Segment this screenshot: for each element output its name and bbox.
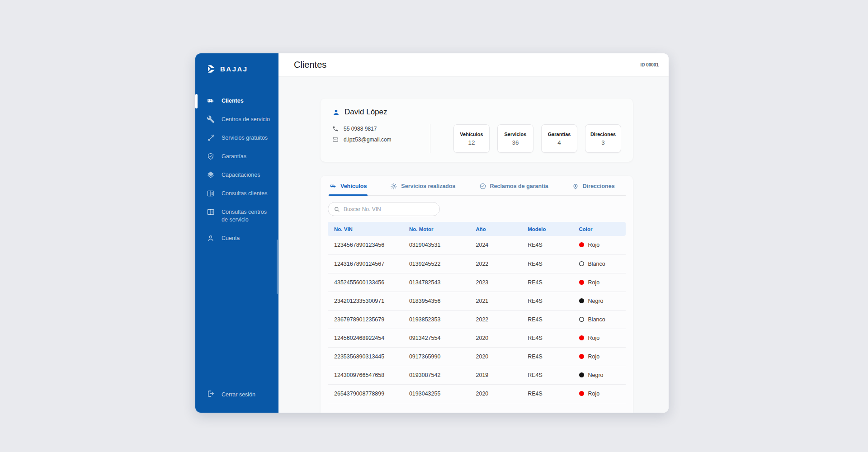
cell-model: RE4S xyxy=(528,254,579,273)
cell-motor: 0134782543 xyxy=(409,273,476,292)
vehicles-table: No. VINNo. MotorAñoModeloColor 123456789… xyxy=(328,222,626,403)
content: David López 55 0988 9817 d.lpz53@gmail.c… xyxy=(278,76,669,413)
color-dot-red xyxy=(579,354,584,359)
customer-info-row: 55 0988 9817 d.lpz53@gmail.com Vehículos… xyxy=(332,124,621,153)
gear-icon xyxy=(390,183,397,190)
cell-color: Rojo xyxy=(579,347,626,366)
search-input[interactable] xyxy=(344,206,434,212)
stat-label: Garantías xyxy=(548,132,571,137)
sidebar-item-label: Clientes xyxy=(222,97,244,105)
stat-card-servicios: Servicios36 xyxy=(497,124,533,153)
stat-value: 4 xyxy=(557,139,561,146)
cell-color: Rojo xyxy=(579,273,626,292)
table-row[interactable]: 124560246892245409134275542020RE4SRojo xyxy=(328,329,626,347)
cell-year: 2020 xyxy=(476,329,528,347)
van-icon xyxy=(207,97,215,105)
sidebar: BAJAJ ClientesCentros de servicioServici… xyxy=(195,53,278,413)
cell-motor: 0917365990 xyxy=(409,347,476,366)
column-header-no-vin: No. VIN xyxy=(328,222,409,236)
tab-veh-culos[interactable]: Vehículos xyxy=(329,176,368,195)
color-label: Negro xyxy=(588,298,604,304)
sidebar-item-consultas-centros-de-servicio[interactable]: Consultas centros de servicio xyxy=(195,203,278,229)
table-header-row: No. VINNo. MotorAñoModeloColor xyxy=(328,222,626,236)
sidebar-item-label: Cuenta xyxy=(222,235,240,242)
cell-vin: 1234567890123456 xyxy=(328,236,409,254)
color-label: Blanco xyxy=(588,261,605,267)
sidebar-item-label: Garantías xyxy=(222,153,246,160)
cell-model: RE4S xyxy=(528,329,579,347)
table-row[interactable]: 265437900877889901930432552020RE4SRojo xyxy=(328,384,626,403)
vertical-divider xyxy=(430,124,430,153)
cell-model: RE4S xyxy=(528,366,579,384)
table-row[interactable]: 124300976654765801930875422019RE4SNegro xyxy=(328,366,626,384)
customer-name: David López xyxy=(344,108,387,117)
table-row[interactable]: 234201233530097101839543562021RE4SNegro xyxy=(328,292,626,310)
stat-card-veh-culos: Vehículos12 xyxy=(453,124,490,153)
sidebar-item-label: Capacitaciones xyxy=(222,171,260,179)
tab-bar: VehículosServicios realizadosReclamos de… xyxy=(328,176,626,196)
cell-color: Blanco xyxy=(579,254,626,273)
table-row[interactable]: 435245560013345601347825432023RE4SRojo xyxy=(328,273,626,292)
color-dot-white xyxy=(579,261,584,266)
sidebar-item-cuenta[interactable]: Cuenta xyxy=(195,229,278,248)
cell-motor: 0139245522 xyxy=(409,254,476,273)
cell-year: 2019 xyxy=(476,366,528,384)
vehicles-card: VehículosServicios realizadosReclamos de… xyxy=(321,176,633,413)
customer-phone: 55 0988 9817 xyxy=(344,126,377,132)
color-label: Negro xyxy=(588,372,604,378)
cell-vin: 2367978901235679 xyxy=(328,310,409,329)
cell-model: RE4S xyxy=(528,384,579,403)
person-icon xyxy=(332,108,340,116)
color-label: Blanco xyxy=(588,316,605,323)
tab-label: Servicios realizados xyxy=(401,183,455,189)
tab-reclamos-de-garant-a[interactable]: Reclamos de garantía xyxy=(478,176,549,195)
stat-card-direciones: Direciones3 xyxy=(585,124,621,153)
cell-model: RE4S xyxy=(528,236,579,254)
cell-year: 2022 xyxy=(476,254,528,273)
sidebar-item-consultas-clientes[interactable]: Consultas clientes xyxy=(195,184,278,203)
cell-vin: 2235356890313445 xyxy=(328,347,409,366)
cell-color: Rojo xyxy=(579,236,626,254)
sidebar-item-label: Consultas clientes xyxy=(222,190,267,198)
cell-year: 2022 xyxy=(476,310,528,329)
logout-button[interactable]: Cerrar sesión xyxy=(195,390,278,413)
customer-name-row: David López xyxy=(332,108,621,117)
cell-color: Rojo xyxy=(579,384,626,403)
mail-icon xyxy=(332,137,339,143)
wrench-icon xyxy=(207,115,215,123)
sidebar-item-label: Centros de servicio xyxy=(222,116,270,123)
stat-label: Servicios xyxy=(505,132,527,137)
van-icon xyxy=(330,183,337,190)
stat-label: Vehículos xyxy=(460,132,483,137)
table-row[interactable]: 223535689031344509173659902020RE4SRojo xyxy=(328,347,626,366)
page-title: Clientes xyxy=(294,60,326,70)
column-header-no-motor: No. Motor xyxy=(409,222,476,236)
table-row[interactable]: 124316789012456701392455222022RE4SBlanco xyxy=(328,254,626,273)
tab-direcciones[interactable]: Direcciones xyxy=(571,176,616,195)
sidebar-item-servicios-gratuitos[interactable]: Servicios gratuitos xyxy=(195,129,278,147)
sidebar-item-centros-de-servicio[interactable]: Centros de servicio xyxy=(195,110,278,129)
logout-label: Cerrar sesión xyxy=(222,391,255,398)
cell-vin: 1243009766547658 xyxy=(328,366,409,384)
color-dot-red xyxy=(579,242,584,247)
cell-vin: 1243167890124567 xyxy=(328,254,409,273)
color-label: Rojo xyxy=(588,353,600,360)
topbar: Clientes ID 00001 xyxy=(278,53,669,76)
sidebar-item-capacitaciones[interactable]: Capacitaciones xyxy=(195,166,278,184)
tab-servicios-realizados[interactable]: Servicios realizados xyxy=(389,176,456,195)
search-box[interactable] xyxy=(328,202,440,216)
table-row[interactable]: 123456789012345603190435312024RE4SRojo xyxy=(328,236,626,254)
column-header-modelo: Modelo xyxy=(528,222,579,236)
sidebar-item-clientes[interactable]: Clientes xyxy=(195,92,278,110)
check-circle-icon xyxy=(479,183,486,190)
table-row[interactable]: 236797890123567901938523532022RE4SBlanco xyxy=(328,310,626,329)
sidebar-item-garant-as[interactable]: Garantías xyxy=(195,147,278,166)
phone-icon xyxy=(332,126,339,132)
color-dot-black xyxy=(579,298,584,303)
app-window: BAJAJ ClientesCentros de servicioServici… xyxy=(195,53,669,413)
cell-color: Negro xyxy=(579,366,626,384)
cell-year: 2020 xyxy=(476,347,528,366)
sidebar-scrollbar[interactable] xyxy=(277,240,278,294)
cell-color: Blanco xyxy=(579,310,626,329)
record-id-badge: ID 00001 xyxy=(640,62,659,67)
